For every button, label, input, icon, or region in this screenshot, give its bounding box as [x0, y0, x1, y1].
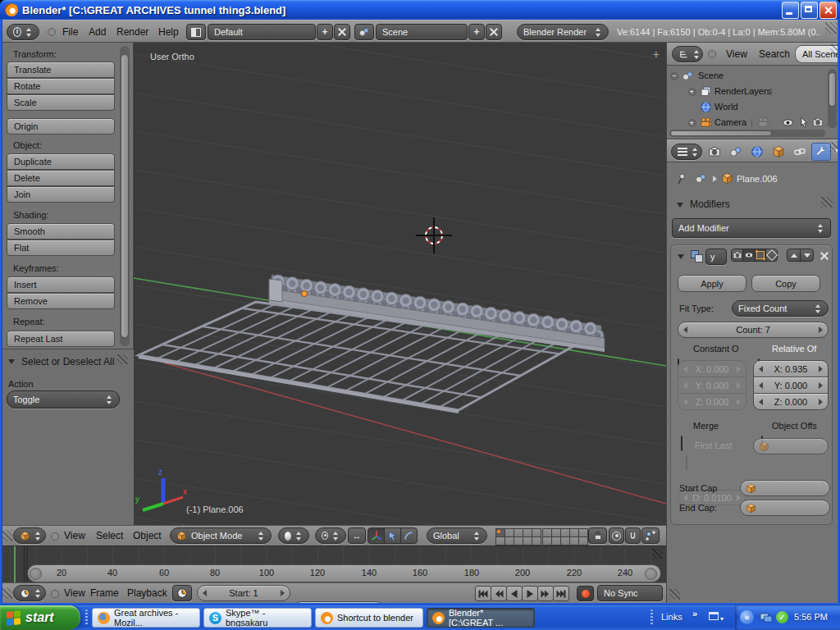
insert-keyframe-button[interactable]: Insert [7, 276, 115, 293]
minimize-button[interactable] [782, 2, 799, 19]
modifiers-panel-corner[interactable] [821, 197, 833, 208]
jump-to-start-button[interactable] [475, 586, 491, 601]
remove-keyframe-button[interactable]: Remove [7, 293, 115, 309]
menu-render[interactable]: Render [116, 26, 148, 38]
relative-offset-z[interactable]: Z: 0.000 [753, 393, 829, 410]
modifier-move-up-button[interactable] [787, 249, 801, 262]
tab-world[interactable] [747, 143, 767, 161]
tray-clock[interactable]: 5:56 PM [794, 612, 828, 622]
lock-to-scene-toggle[interactable] [588, 527, 607, 544]
scene-selector[interactable]: Scene [376, 24, 468, 40]
transform-orientation-selector[interactable]: Global [427, 527, 487, 544]
smooth-button[interactable]: Smooth [7, 223, 115, 240]
screen-add-button[interactable]: + [317, 24, 333, 40]
outliner-row-renderlayers[interactable]: RenderLayers | [667, 84, 826, 99]
links-window-icon[interactable] [709, 612, 719, 620]
editor-type-selector-outliner[interactable] [672, 46, 703, 62]
offset-object-field[interactable] [753, 438, 829, 454]
outliner-row-scene[interactable]: Scene [667, 68, 826, 84]
count-slider[interactable]: Count: 7 [678, 322, 829, 338]
jump-to-end-button[interactable] [553, 586, 569, 601]
action-toggle-dropdown[interactable]: Toggle [7, 390, 120, 409]
outliner-hscrollbar-thumb[interactable] [670, 130, 772, 136]
task-blender-shortcut[interactable]: Shortcut to blender [315, 608, 423, 628]
viewport-plus-icon[interactable]: + [653, 48, 660, 61]
constant-offset-x[interactable]: X: 0.000 [678, 360, 746, 377]
origin-button[interactable]: Origin [7, 118, 115, 135]
outliner-menu-search[interactable]: Search [759, 48, 790, 60]
modifier-render-toggle[interactable] [731, 249, 743, 262]
editor-type-selector-info[interactable]: i [7, 24, 39, 40]
tab-render[interactable] [705, 143, 724, 161]
window-titlebar[interactable]: Blender* [C:\GREAT ARCHIVES tunnel thing… [0, 0, 840, 20]
pin-icon[interactable] [675, 172, 688, 185]
frame-start-slider[interactable]: Start: 1 [197, 585, 290, 601]
pivot-align-toggle[interactable]: ↔ [348, 527, 366, 544]
tray-collapse-icon[interactable]: « [740, 610, 754, 624]
modifier-name-field[interactable]: y [705, 249, 727, 265]
scene-add-button[interactable]: + [468, 24, 485, 40]
tab-scene[interactable] [726, 143, 746, 161]
view3d-menu-view[interactable]: View [64, 530, 85, 541]
task-blender-active[interactable]: Blender* [C:\GREAT ... [427, 608, 535, 628]
modifier-collapse-icon[interactable] [678, 254, 684, 259]
translate-button[interactable]: Translate [7, 62, 115, 78]
menu-help[interactable]: Help [158, 26, 179, 38]
timeline-menu-view[interactable]: View [64, 587, 85, 599]
timeline-corner[interactable] [651, 548, 663, 559]
fit-type-dropdown[interactable]: Fixed Count [732, 300, 829, 317]
editor-type-selector-3d[interactable] [13, 527, 46, 544]
menu-file[interactable]: File [62, 26, 78, 38]
constant-offset-z[interactable]: Z: 0.000 [678, 393, 746, 410]
render-engine-selector[interactable]: Blender Render [517, 24, 609, 40]
links-dropdown-icon[interactable]: ▾ [720, 615, 724, 623]
modifiers-panel-title[interactable]: Modifiers [690, 199, 730, 210]
collapse-menus-icon-outliner[interactable] [708, 50, 716, 58]
screen-layout-icon[interactable] [186, 24, 206, 40]
taskbar-grip[interactable] [85, 609, 88, 626]
start-cap-field[interactable] [740, 480, 830, 496]
manipulator-translate-toggle[interactable] [384, 527, 401, 544]
next-keyframe-button[interactable] [537, 586, 554, 601]
viewport-3d[interactable]: User Ortho + (-1) Plane.006 x y z [134, 43, 666, 525]
join-button[interactable]: Join [7, 186, 115, 203]
layer-toggle-10[interactable] [532, 536, 541, 546]
screen-layout-selector[interactable]: Default [208, 24, 316, 40]
prev-keyframe-button[interactable] [491, 586, 507, 601]
record-button[interactable] [577, 586, 594, 601]
links-chevron-icon[interactable]: » [692, 609, 697, 619]
outliner-menu-view[interactable]: View [726, 48, 747, 60]
info-header-corner[interactable] [825, 22, 838, 34]
tab-modifiers[interactable] [811, 143, 831, 161]
proportional-edit-toggle[interactable] [609, 527, 624, 544]
timeline-ruler[interactable]: 20 40 60 80 100 120 140 160 180 200 220 … [0, 546, 666, 582]
duplicate-button[interactable]: Duplicate [7, 153, 115, 170]
manipulator-axis-toggle[interactable] [368, 527, 385, 544]
modifier-move-down-button[interactable] [800, 249, 814, 262]
flat-button[interactable]: Flat [7, 240, 115, 256]
tab-object[interactable] [769, 143, 788, 161]
delete-button[interactable]: Delete [7, 170, 115, 186]
renderability-camera-icon[interactable] [812, 116, 824, 128]
operator-panel-title[interactable]: Select or Deselect All [21, 356, 114, 368]
relative-offset-y[interactable]: Y: 0.000 [753, 377, 829, 394]
outliner-row-world[interactable]: World [667, 99, 826, 115]
properties-corner-bl[interactable] [669, 589, 680, 600]
constant-offset-y[interactable]: Y: 0.000 [678, 377, 746, 394]
tab-constraints[interactable] [790, 143, 810, 161]
modifiers-panel-collapse-icon[interactable] [677, 203, 683, 208]
relative-offset-x[interactable]: X: 0.935 [753, 360, 829, 377]
camera-expander-icon[interactable] [688, 119, 696, 127]
timeline-menu-playback[interactable]: Playback [127, 587, 167, 599]
modifier-cage-toggle[interactable] [765, 249, 778, 262]
view3d-corner[interactable] [2, 530, 12, 541]
view3d-menu-select[interactable]: Select [96, 530, 123, 541]
timeline-menu-frame[interactable]: Frame [90, 587, 119, 599]
add-modifier-dropdown[interactable]: Add Modifier [672, 218, 831, 238]
close-button[interactable] [819, 2, 837, 19]
end-cap-field[interactable] [740, 500, 830, 516]
tray-network-icon[interactable] [760, 611, 773, 624]
timeline-corner-bl[interactable] [2, 588, 12, 599]
selectability-cursor-icon[interactable] [798, 116, 810, 128]
outliner-vscrollbar-thumb[interactable] [829, 72, 836, 107]
